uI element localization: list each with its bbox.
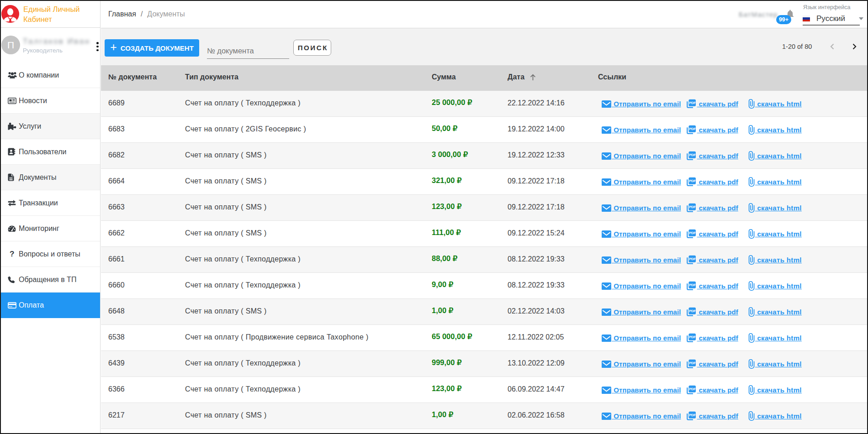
svg-text:PDF: PDF [689,283,696,287]
svg-text:PDF: PDF [689,361,696,365]
svg-text:PDF: PDF [689,387,696,391]
svg-text:PDF: PDF [689,101,696,105]
svg-text:PDF: PDF [689,257,696,261]
svg-text:PDF: PDF [689,335,696,339]
svg-text:PDF: PDF [689,309,696,313]
svg-text:PDF: PDF [689,179,696,183]
svg-text:PDF: PDF [689,153,696,157]
svg-text:PDF: PDF [689,231,696,235]
svg-text:PDF: PDF [689,127,696,131]
svg-text:PDF: PDF [689,413,696,417]
svg-text:PDF: PDF [689,205,696,209]
